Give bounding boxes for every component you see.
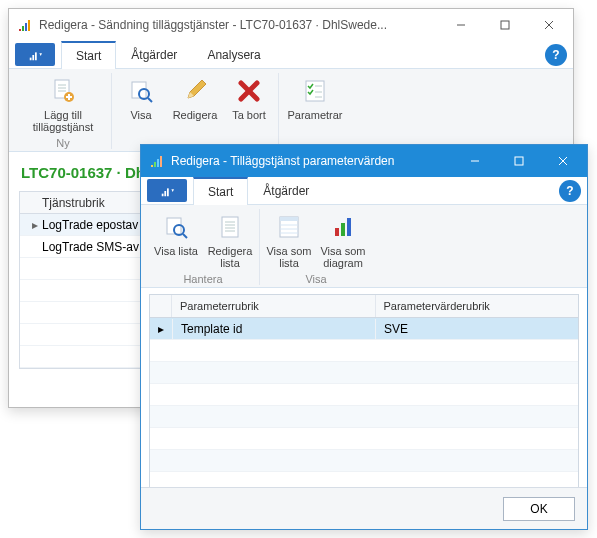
- show-as-list-button[interactable]: Visa som lista: [266, 209, 312, 271]
- empty-row: [150, 340, 578, 362]
- minimize-button[interactable]: [453, 145, 497, 177]
- svg-rect-33: [160, 156, 162, 167]
- svg-rect-39: [164, 191, 166, 196]
- parent-window-controls: [439, 9, 571, 41]
- svg-rect-30: [151, 165, 153, 167]
- empty-row: [150, 428, 578, 450]
- magnifier-icon: [125, 75, 157, 107]
- document-lines-icon: [214, 211, 246, 243]
- show-button[interactable]: Visa: [118, 73, 164, 135]
- col-header-value[interactable]: Parametervärderubrik: [376, 295, 579, 317]
- maximize-button[interactable]: [483, 9, 527, 41]
- tab-start[interactable]: Start: [193, 177, 248, 205]
- x-red-icon: [233, 75, 265, 107]
- edit-list-button[interactable]: Redigera lista: [207, 209, 253, 271]
- close-button[interactable]: [527, 9, 571, 41]
- add-service-button[interactable]: Lägg till tilläggstjänst: [21, 73, 105, 135]
- ribbon-group-view-label: Visa: [305, 273, 326, 285]
- help-button[interactable]: ?: [559, 180, 581, 202]
- dialog-footer: OK: [141, 487, 587, 529]
- empty-row: [150, 384, 578, 406]
- cell-param-name[interactable]: Template id: [173, 319, 376, 339]
- svg-rect-3: [28, 20, 30, 31]
- svg-marker-41: [171, 189, 174, 192]
- parameter-grid: Parameterrubrik Parametervärderubrik ▸ T…: [149, 294, 579, 517]
- dialog-titlebar: Redigera - Tilläggstjänst parametervärde…: [141, 145, 587, 177]
- app-icon: [149, 153, 165, 169]
- svg-rect-2: [25, 23, 27, 31]
- tab-analyze[interactable]: Analysera: [192, 41, 275, 68]
- svg-rect-35: [515, 157, 523, 165]
- empty-row: [150, 362, 578, 384]
- pencil-icon: [179, 75, 211, 107]
- chart-icon: [327, 211, 359, 243]
- parameter-row[interactable]: ▸ Template id SVE: [150, 318, 578, 340]
- col-header-parameter[interactable]: Parameterrubrik: [172, 295, 376, 317]
- svg-rect-38: [162, 193, 164, 196]
- dialog-menubar: Start Åtgärder ?: [141, 177, 587, 205]
- svg-rect-9: [32, 55, 34, 60]
- svg-rect-5: [501, 21, 509, 29]
- svg-rect-32: [157, 159, 159, 167]
- row-selector-icon: ▸: [150, 319, 173, 339]
- app-icon: [17, 17, 33, 33]
- tab-start[interactable]: Start: [61, 41, 116, 69]
- minimize-button[interactable]: [439, 9, 483, 41]
- svg-rect-8: [30, 57, 32, 60]
- close-button[interactable]: [541, 145, 585, 177]
- svg-rect-56: [341, 223, 345, 236]
- parent-titlebar: Redigera - Sändning tilläggstjänster - L…: [9, 9, 573, 41]
- dialog-ribbon: Visa lista Redigera lista Hantera Visa s…: [141, 205, 587, 288]
- magnifier-icon: [160, 211, 192, 243]
- delete-button[interactable]: Ta bort: [226, 73, 272, 135]
- empty-row: [150, 406, 578, 428]
- checklist-icon: [299, 75, 331, 107]
- ribbon-group-new-label: Ny: [56, 137, 69, 149]
- tab-actions[interactable]: Åtgärder: [116, 41, 192, 68]
- help-button[interactable]: ?: [545, 44, 567, 66]
- show-as-chart-button[interactable]: Visa som diagram: [320, 209, 366, 271]
- svg-rect-0: [19, 29, 21, 31]
- svg-rect-57: [347, 218, 351, 236]
- document-plus-icon: [47, 75, 79, 107]
- file-menu-dropdown[interactable]: [15, 43, 55, 66]
- empty-row: [150, 450, 578, 472]
- svg-rect-31: [154, 162, 156, 167]
- tab-actions[interactable]: Åtgärder: [248, 177, 324, 204]
- parameter-grid-header: Parameterrubrik Parametervärderubrik: [150, 295, 578, 318]
- parent-ribbon: Lägg till tilläggstjänst Ny Visa Rediger…: [9, 69, 573, 152]
- svg-rect-1: [22, 26, 24, 31]
- add-service-label: Lägg till tilläggstjänst: [21, 109, 105, 133]
- svg-line-21: [148, 98, 152, 102]
- svg-rect-26: [306, 81, 324, 101]
- dialog-window-controls: [453, 145, 585, 177]
- svg-rect-51: [280, 217, 298, 221]
- show-list-button[interactable]: Visa lista: [153, 209, 199, 271]
- params-button[interactable]: Parametrar: [285, 73, 345, 135]
- ribbon-group-manage-label: Hantera: [183, 273, 222, 285]
- parent-menubar: Start Åtgärder Analysera ?: [9, 41, 573, 69]
- svg-rect-40: [167, 188, 169, 196]
- svg-rect-45: [222, 217, 238, 237]
- edit-button[interactable]: Redigera: [172, 73, 218, 135]
- dialog-title: Redigera - Tilläggstjänst parametervärde…: [171, 154, 453, 168]
- dialog-window: Redigera - Tilläggstjänst parametervärde…: [140, 144, 588, 530]
- list-icon: [273, 211, 305, 243]
- cell-param-value[interactable]: SVE: [376, 319, 578, 339]
- parent-window-title: Redigera - Sändning tilläggstjänster - L…: [39, 18, 439, 32]
- maximize-button[interactable]: [497, 145, 541, 177]
- ok-button[interactable]: OK: [503, 497, 575, 521]
- svg-marker-11: [39, 53, 42, 56]
- svg-line-44: [183, 234, 187, 238]
- svg-rect-55: [335, 228, 339, 236]
- file-menu-dropdown[interactable]: [147, 179, 187, 202]
- svg-rect-10: [35, 52, 37, 60]
- row-selector-icon: ▸: [28, 218, 42, 232]
